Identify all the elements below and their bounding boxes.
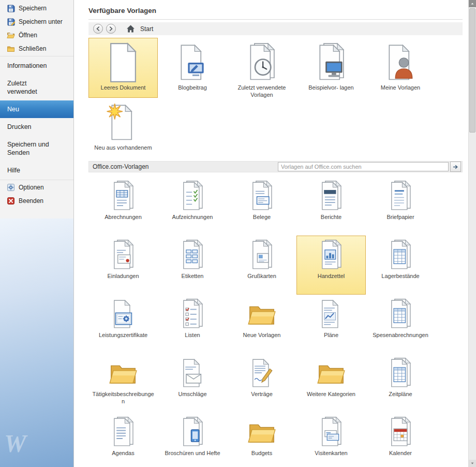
envelope-document-icon — [176, 357, 209, 389]
template-visitenkarten[interactable]: Visitenkarten — [296, 413, 366, 467]
template-spesenabrechnungen[interactable]: Spesenabrechnungen — [366, 295, 435, 354]
back-icon — [95, 26, 101, 32]
folder-icon — [246, 416, 278, 448]
sidebar-divider — [0, 56, 73, 56]
sidebar-item-label: Speichern — [19, 5, 47, 12]
template-label: Abrechnungen — [90, 214, 156, 221]
template-kalender[interactable]: Kalender — [366, 413, 435, 467]
sidebar-item-label: Öffnen — [19, 32, 37, 39]
chart-document-icon — [315, 298, 347, 330]
template-blogbeitrag[interactable]: Blogbeitrag — [158, 38, 227, 98]
template-einladungen[interactable]: Einladungen — [88, 236, 158, 295]
sidebar-item-oeffnen[interactable]: Öffnen — [0, 28, 73, 42]
template-label: Budgets — [229, 450, 295, 457]
office-templates-grid: Abrechnungen Aufzeichnungen Belege Beric… — [74, 177, 476, 467]
scroll-down-button[interactable] — [469, 460, 476, 467]
sidebar-tab-informationen[interactable]: Informationen — [0, 57, 73, 75]
template-plaene[interactable]: Pläne — [296, 295, 366, 354]
word-logo-watermark: W — [4, 429, 26, 458]
vertical-scrollbar[interactable] — [468, 0, 476, 467]
page-title: Verfügbare Vorlagen — [74, 0, 476, 19]
back-button[interactable] — [93, 24, 103, 34]
template-label: Meine Vorlagen — [367, 84, 434, 92]
sidebar-tab-zuletzt-verwendet[interactable]: Zuletzt verwendet — [0, 75, 73, 100]
template-vertraege[interactable]: Verträge — [227, 354, 296, 413]
template-label: Leistungszertifikate — [90, 332, 156, 339]
template-meine-vorlagen[interactable]: Meine Vorlagen — [366, 38, 435, 98]
template-label: Handzettel — [298, 273, 364, 280]
template-label: Pläne — [298, 332, 364, 339]
template-belege[interactable]: Belege — [227, 177, 296, 236]
template-label: Aufzeichnungen — [159, 214, 226, 221]
close-folder-icon — [7, 45, 15, 53]
sidebar-command-group: Speichern Speichern unter Öffnen Schließ… — [0, 0, 73, 55]
checklist-document-icon — [176, 298, 209, 330]
template-label: Briefpapier — [367, 214, 434, 221]
new-from-existing-icon — [103, 103, 143, 143]
template-label: Broschüren und Hefte — [159, 450, 226, 457]
table-document-icon — [384, 298, 416, 330]
scroll-up-button[interactable] — [469, 0, 476, 7]
open-folder-icon — [7, 31, 15, 39]
backstage-sidebar: Speichern Speichern unter Öffnen Schließ… — [0, 0, 74, 467]
sidebar-item-label: Speichern unter — [19, 18, 63, 25]
office-templates-section-header: Office.com-Vorlagen — [88, 161, 463, 172]
template-umschlaege[interactable]: Umschläge — [158, 354, 227, 413]
receipt-document-icon — [246, 180, 278, 212]
template-neu-aus-vorhandenem[interactable]: Neu aus vorhandenem — [88, 98, 158, 158]
template-taetigkeitsbeschreibungen[interactable]: Tätigkeitsbeschreibungen — [88, 354, 158, 413]
template-weitere-kategorien[interactable]: Weitere Kategorien — [296, 354, 366, 413]
template-label: Lagerbestände — [367, 273, 434, 280]
template-zuletzt-verwendete-vorlagen[interactable]: Zuletzt verwendete Vorlagen — [227, 38, 296, 98]
template-beispielvorlagen[interactable]: Beispielvor- lagen — [296, 38, 366, 98]
form-document-icon — [107, 180, 139, 212]
template-label: Weitere Kategorien — [298, 391, 364, 398]
sidebar-tab-hilfe[interactable]: Hilfe — [0, 162, 73, 179]
home-icon[interactable] — [126, 24, 135, 33]
letterhead-document-icon — [384, 180, 416, 212]
invitation-document-icon — [107, 239, 139, 271]
template-zeitplaene[interactable]: Zeitpläne — [366, 354, 435, 413]
template-neue-vorlagen[interactable]: Neue Vorlagen — [227, 295, 296, 354]
sidebar-item-speichern-unter[interactable]: Speichern unter — [0, 15, 73, 28]
template-lagerbestaende[interactable]: Lagerbestände — [366, 236, 435, 295]
template-aufzeichnungen[interactable]: Aufzeichnungen — [158, 177, 227, 236]
template-label: Listen — [159, 332, 226, 339]
template-label: Zeitpläne — [367, 391, 434, 398]
table-document-icon — [384, 357, 416, 389]
template-grusskarten[interactable]: Grußkarten — [227, 236, 296, 295]
sidebar-tab-drucken[interactable]: Drucken — [0, 118, 73, 136]
template-label: Neue Vorlagen — [229, 332, 295, 339]
template-budgets[interactable]: Budgets — [227, 413, 296, 467]
template-abrechnungen[interactable]: Abrechnungen — [88, 177, 158, 236]
scrollbar-thumb[interactable] — [469, 8, 475, 133]
template-etiketten[interactable]: Etiketten — [158, 236, 227, 295]
search-go-button[interactable] — [450, 162, 461, 172]
template-listen[interactable]: Listen — [158, 295, 227, 354]
scroll-down-icon — [470, 461, 475, 466]
sidebar-tab-neu[interactable]: Neu — [0, 100, 73, 118]
template-briefpapier[interactable]: Briefpapier — [366, 177, 435, 236]
sidebar-tab-speichern-und-senden[interactable]: Speichern und Senden — [0, 136, 73, 162]
template-agendas[interactable]: Agendas — [88, 413, 158, 467]
template-label: Berichte — [298, 214, 364, 221]
blank-document-icon — [103, 42, 143, 83]
template-label: Tätigkeitsbeschreibungen — [90, 391, 156, 405]
template-leistungszertifikate[interactable]: Leistungszertifikate — [88, 295, 158, 354]
template-broschueren-und-hefte[interactable]: Broschüren und Hefte — [158, 413, 227, 467]
forward-button[interactable] — [106, 24, 116, 34]
save-icon — [7, 4, 15, 12]
title-divider — [88, 19, 463, 20]
folder-icon — [107, 357, 139, 389]
template-label: Grußkarten — [229, 273, 295, 280]
sidebar-item-optionen[interactable]: Optionen — [0, 181, 73, 194]
template-leeres-dokument[interactable]: Leeres Dokument — [88, 38, 158, 98]
sidebar-item-schliessen[interactable]: Schließen — [0, 42, 73, 55]
sidebar-item-speichern[interactable]: Speichern — [0, 2, 73, 15]
template-search-input[interactable] — [278, 162, 449, 171]
template-handzettel[interactable]: Handzettel — [296, 236, 366, 295]
sidebar-item-beenden[interactable]: Beenden — [0, 194, 73, 208]
template-berichte[interactable]: Berichte — [296, 177, 366, 236]
greeting-card-icon — [246, 239, 278, 271]
sidebar-tab-label: Drucken — [7, 123, 55, 131]
